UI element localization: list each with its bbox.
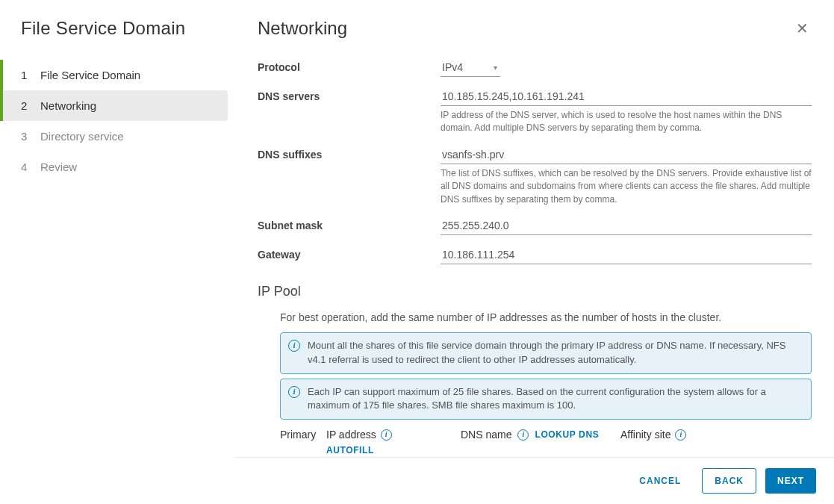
subnet-row: Subnet mask — [258, 217, 812, 235]
content-scroll[interactable]: Protocol IPv4 ▾ DNS servers IP address o… — [235, 48, 834, 457]
main-header: Networking ✕ — [235, 0, 834, 48]
info-icon[interactable]: i — [517, 429, 529, 441]
info-referral: i Mount all the shares of this file serv… — [280, 332, 812, 374]
nav-step-number: 2 — [21, 99, 36, 112]
col-ip: IP address — [326, 429, 376, 441]
lookup-dns-button[interactable]: LOOKUP DNS — [535, 429, 599, 440]
col-primary: Primary — [280, 429, 326, 441]
cancel-button[interactable]: CANCEL — [627, 468, 693, 494]
nav-step-directory-service[interactable]: 3 Directory service — [0, 121, 235, 152]
autofill-button[interactable]: AUTOFILL — [326, 445, 374, 455]
protocol-select[interactable]: IPv4 ▾ — [441, 58, 500, 77]
dns-suffixes-input[interactable] — [441, 146, 812, 164]
nav-step-networking[interactable]: 2 Networking — [0, 90, 228, 121]
nav-step-label: Review — [40, 161, 77, 173]
protocol-value: IPv4 — [441, 58, 494, 76]
info-referral-text: Mount all the shares of this file servic… — [308, 340, 785, 365]
info-icon: i — [288, 386, 300, 398]
protocol-row: Protocol IPv4 ▾ — [258, 58, 812, 77]
ip-pool-table: Primary IP address i DNS name i LOOKUP D… — [280, 429, 812, 457]
col-affinity: Affinity site — [620, 429, 670, 441]
subnet-input[interactable] — [441, 217, 812, 235]
gateway-input[interactable] — [441, 246, 812, 264]
subnet-label: Subnet mask — [258, 217, 441, 231]
gateway-label: Gateway — [258, 246, 441, 261]
chevron-down-icon: ▾ — [494, 63, 500, 72]
nav-step-label: File Service Domain — [40, 69, 140, 81]
page-title: Networking — [258, 18, 347, 39]
dns-suffixes-help: The list of DNS suffixes, which can be r… — [441, 167, 812, 206]
col-dns: DNS name — [461, 429, 511, 441]
info-icon: i — [288, 340, 300, 352]
wizard-nav: 1 File Service Domain 2 Networking 3 Dir… — [21, 60, 235, 182]
gateway-row: Gateway — [258, 246, 812, 264]
nav-step-number: 3 — [21, 130, 36, 143]
nav-step-number: 1 — [21, 69, 36, 81]
sidebar-title: File Service Domain — [21, 18, 235, 39]
ip-pool-desc: For best operation, add the same number … — [280, 311, 812, 323]
nav-step-review[interactable]: 4 Review — [0, 152, 235, 182]
nav-step-number: 4 — [21, 161, 36, 173]
ip-pool-title: IP Pool — [258, 284, 812, 299]
close-button[interactable]: ✕ — [793, 16, 812, 40]
nav-step-file-service-domain[interactable]: 1 File Service Domain — [0, 60, 235, 90]
dns-servers-help: IP address of the DNS server, which is u… — [441, 109, 812, 135]
dns-suffixes-label: DNS suffixes — [258, 146, 441, 161]
protocol-label: Protocol — [258, 58, 441, 73]
dns-servers-label: DNS servers — [258, 87, 441, 102]
back-button[interactable]: BACK — [702, 468, 756, 494]
nav-step-label: Networking — [40, 99, 96, 112]
next-button[interactable]: NEXT — [765, 468, 816, 494]
info-icon[interactable]: i — [381, 429, 392, 441]
wizard-footer: CANCEL BACK NEXT — [235, 457, 834, 504]
info-icon[interactable]: i — [675, 429, 686, 441]
dns-servers-row: DNS servers IP address of the DNS server… — [258, 87, 812, 135]
table-header: Primary IP address i DNS name i LOOKUP D… — [280, 429, 812, 441]
dns-suffixes-row: DNS suffixes The list of DNS suffixes, w… — [258, 146, 812, 206]
nav-step-label: Directory service — [40, 130, 124, 143]
close-icon: ✕ — [796, 20, 809, 37]
info-limits-text: Each IP can support maximum of 25 file s… — [308, 386, 766, 411]
info-limits: i Each IP can support maximum of 25 file… — [280, 379, 812, 420]
dns-servers-input[interactable] — [441, 87, 812, 106]
wizard-sidebar: File Service Domain 1 File Service Domai… — [0, 0, 235, 504]
main-panel: Networking ✕ Protocol IPv4 ▾ DNS servers — [235, 0, 834, 504]
